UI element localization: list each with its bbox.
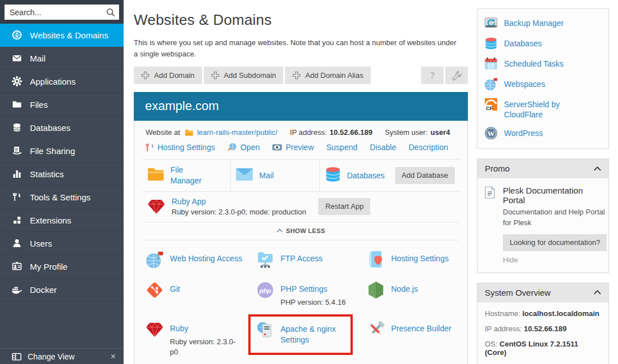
feature-label[interactable]: Web Hosting Access: [170, 251, 242, 263]
open-link[interactable]: Open: [240, 143, 260, 152]
sidebar-item-files[interactable]: Files: [0, 93, 124, 116]
add-domain-alias-button[interactable]: Add Domain Alias: [285, 67, 371, 84]
feature-label[interactable]: PHP Settings: [280, 281, 327, 293]
shortcut-label[interactable]: Scheduled Tasks: [504, 57, 564, 69]
feature-php-settings[interactable]: php PHP Settings PHP version: 5.4.16: [256, 281, 367, 308]
feature-label[interactable]: Apache & nginx Settings: [280, 321, 341, 346]
gear-icon: [11, 76, 22, 86]
feature-presence-builder[interactable]: Presence Builder: [367, 321, 459, 358]
promo-panel: Promo Plesk Documentation Portal Documen…: [477, 159, 609, 273]
ruby-icon: [146, 321, 164, 339]
feature-detail: Ruby version: 2.3.0-p0: [170, 337, 238, 358]
preview-link[interactable]: Preview: [286, 143, 314, 152]
feature-git[interactable]: Git: [146, 281, 256, 308]
feature-label[interactable]: Hosting Settings: [391, 251, 449, 263]
add-database-button[interactable]: Add Database: [395, 167, 455, 184]
feature-nodejs[interactable]: Node.js: [367, 281, 459, 308]
sidebar-item-applications[interactable]: Applications: [0, 70, 124, 93]
tools-button[interactable]: [445, 67, 468, 84]
hide-link[interactable]: Hide: [503, 256, 518, 264]
description-link[interactable]: Description: [409, 143, 448, 152]
ip-value: 10.52.66.189: [330, 128, 372, 137]
plus-icon: [141, 71, 150, 80]
system-overview-panel: System Overview Hostname: localhost.loca…: [477, 283, 609, 364]
show-less-toggle[interactable]: SHOW LESS: [142, 222, 459, 240]
presence-builder-icon: [367, 321, 385, 339]
hosting-settings-link[interactable]: Hosting Settings: [157, 143, 215, 152]
sidebar-item-extensions[interactable]: Extensions: [0, 209, 124, 232]
change-view-bar[interactable]: Change View ×: [0, 348, 124, 364]
sidebar-item-tools-settings[interactable]: Tools & Settings: [0, 186, 124, 209]
sidebar-item-docker[interactable]: Docker: [0, 278, 124, 301]
quick-links-row: File Manager Mail Databases Add Database: [142, 159, 459, 192]
sidebar-item-label: Files: [30, 100, 48, 109]
utensils-icon: [146, 143, 154, 152]
file-manager-link[interactable]: File Manager: [170, 165, 211, 186]
add-domain-button[interactable]: Add Domain: [134, 67, 202, 84]
ip-address-value: 10.52.66.189: [524, 324, 567, 333]
add-subdomain-button[interactable]: Add Subdomain: [204, 67, 284, 84]
feature-label[interactable]: Git: [170, 281, 180, 293]
globe-flag-icon: [146, 251, 164, 269]
shortcut-servershield[interactable]: CF ServerShield by CloudFlare: [484, 98, 602, 120]
sidebar-item-users[interactable]: Users: [0, 232, 124, 255]
system-overview-header[interactable]: System Overview: [477, 283, 608, 302]
search-input[interactable]: [10, 8, 106, 17]
os-row: OS: CentOS Linux 7.2.1511 (Core): [485, 340, 601, 357]
shortcut-label[interactable]: WordPress: [504, 126, 543, 138]
shortcut-backup-manager[interactable]: Backup Manager: [484, 16, 602, 30]
sidebar-item-file-sharing[interactable]: File Sharing: [0, 139, 124, 163]
globe-icon: [11, 30, 22, 40]
sidebar-item-databases[interactable]: Databases: [0, 116, 124, 139]
promo-header[interactable]: Promo: [477, 159, 608, 178]
globe-flag-icon: [484, 77, 498, 91]
feature-web-hosting-access[interactable]: Web Hosting Access: [146, 251, 256, 269]
cloudflare-icon: CF: [484, 98, 498, 111]
shortcut-label[interactable]: ServerShield by CloudFlare: [504, 98, 577, 120]
database-icon: [11, 122, 22, 133]
collapse-chevron-icon[interactable]: [594, 166, 601, 171]
shortcut-scheduled-tasks[interactable]: Scheduled Tasks: [484, 57, 602, 71]
website-at-label: Website at: [146, 128, 180, 137]
feature-hosting-settings[interactable]: Hosting Settings: [367, 251, 459, 269]
feature-ruby[interactable]: Ruby Ruby version: 2.3.0-p0: [146, 321, 256, 358]
docroot-link[interactable]: learn-rails-master/public/: [197, 128, 277, 137]
help-button[interactable]: ?: [421, 67, 444, 84]
feature-label[interactable]: Node.js: [391, 281, 418, 293]
feature-label[interactable]: Ruby: [170, 321, 189, 333]
sidebar-item-mail[interactable]: Mail: [0, 47, 124, 70]
databases-link[interactable]: Databases: [347, 171, 385, 180]
apache-nginx-icon: [256, 321, 274, 339]
feature-ftp-access[interactable]: FTP Access: [256, 251, 367, 269]
looking-for-documentation-button[interactable]: Looking for documentation?: [503, 234, 607, 251]
hostname-label: Hostname:: [485, 309, 520, 318]
restart-app-button[interactable]: Restart App: [318, 198, 370, 215]
svg-text:CF: CF: [486, 106, 493, 111]
disable-link[interactable]: Disable: [370, 143, 396, 152]
file-sharing-icon: [11, 146, 22, 156]
domain-card: example.com Website at learn-rails-maste…: [134, 92, 468, 364]
shortcut-databases[interactable]: Databases: [484, 37, 602, 50]
feature-label[interactable]: Presence Builder: [391, 321, 452, 333]
shortcut-wordpress[interactable]: W WordPress: [484, 126, 602, 140]
sidebar-item-label: Extensions: [30, 216, 71, 225]
suspend-link[interactable]: Suspend: [326, 143, 357, 152]
search-box[interactable]: [5, 5, 119, 20]
feature-label[interactable]: FTP Access: [280, 251, 322, 263]
shortcut-webspaces[interactable]: Webspaces: [484, 77, 602, 91]
close-icon[interactable]: ×: [111, 352, 116, 362]
sidebar-item-label: Docker: [30, 285, 57, 295]
sidebar-item-websites-domains[interactable]: Websites & Domains: [0, 24, 124, 47]
ruby-app-link[interactable]: Ruby App: [172, 197, 206, 206]
sidebar-item-my-profile[interactable]: My Profile: [0, 255, 124, 278]
shortcut-label[interactable]: Backup Manager: [504, 16, 564, 28]
highlight-red-box[interactable]: Apache & nginx Settings: [248, 314, 353, 355]
collapse-chevron-icon[interactable]: [594, 290, 601, 295]
shortcut-label[interactable]: Databases: [504, 37, 542, 49]
folder-orange-icon: [147, 166, 165, 185]
sidebar-item-statistics[interactable]: Statistics: [0, 163, 124, 186]
shortcut-label[interactable]: Webspaces: [504, 77, 545, 89]
domain-info-row: Website at learn-rails-master/public/ IP…: [134, 121, 467, 138]
search-icon[interactable]: [106, 8, 115, 17]
mail-link[interactable]: Mail: [259, 171, 274, 180]
